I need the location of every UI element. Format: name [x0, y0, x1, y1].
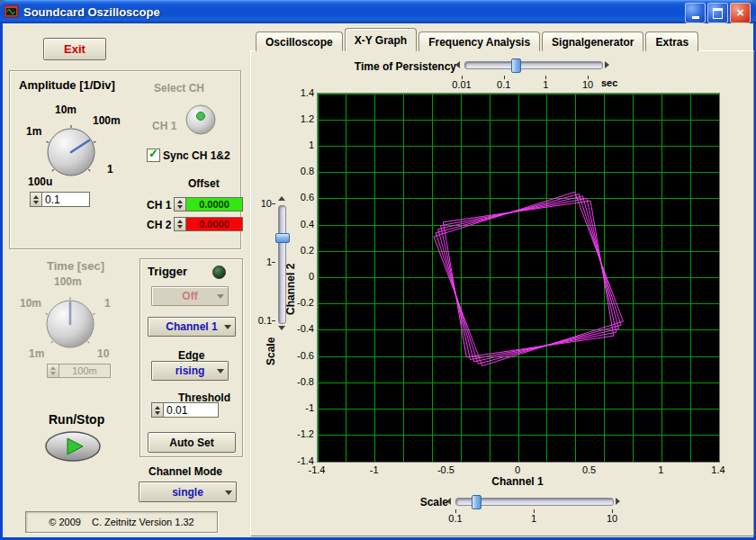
- y-scale-slider[interactable]: [278, 205, 286, 324]
- trigger-edge-value: rising: [176, 364, 205, 377]
- tab-signalgenerator[interactable]: Signalgenerator: [542, 32, 644, 51]
- select-ch-knob[interactable]: [183, 102, 219, 138]
- ruler-label: 1: [521, 513, 546, 524]
- ruler-label: 10: [575, 79, 600, 90]
- slider-right-arrow-icon[interactable]: [616, 498, 620, 505]
- time-knob-label: 100m: [54, 275, 82, 288]
- tab-frequency-analysis[interactable]: Frequency Analysis: [418, 32, 540, 51]
- amplitude-group: Amplitude [1/Div] 10m 100m 1m 1 100u: [9, 70, 241, 249]
- offset-ch2-spinner[interactable]: [174, 217, 186, 231]
- ruler-tick: [272, 203, 275, 204]
- persistency-slider[interactable]: [464, 61, 603, 69]
- threshold-field[interactable]: 0.01: [164, 402, 219, 418]
- offset-ch2-field[interactable]: 0.0000: [186, 217, 243, 231]
- trigger-mode-dropdown[interactable]: Off: [151, 286, 229, 306]
- chevron-down-icon: [217, 369, 224, 374]
- offset-ch2-box[interactable]: 0.0000: [174, 217, 243, 231]
- runstop-label: Run/Stop: [49, 412, 104, 427]
- persistency-label: Time of Persistency: [346, 60, 456, 73]
- trigger-mode-value: Off: [182, 290, 197, 302]
- tab-strip: OscilloscopeX-Y GraphFrequency AnalysisS…: [256, 29, 700, 51]
- y-scale-label: Scale: [265, 328, 277, 365]
- minimize-button[interactable]: [685, 3, 706, 23]
- window-title: Soundcard Oszilloscope: [23, 5, 160, 19]
- slider-left-arrow-icon[interactable]: [455, 61, 460, 68]
- slider-left-arrow-icon[interactable]: [446, 498, 451, 505]
- sync-checkbox-label: Sync CH 1&2: [163, 149, 230, 162]
- offset-title: Offset: [188, 177, 220, 190]
- app-window: Soundcard Oszilloscope ✕ Exit Amplitude …: [0, 0, 756, 540]
- persistency-scale: 0.010.1110: [462, 76, 588, 90]
- amplitude-knob-label: 1m: [26, 125, 41, 138]
- x-scale-label: Scale: [405, 496, 448, 508]
- amplitude-value-box[interactable]: 0.1: [30, 192, 90, 207]
- y-tick-label: 0: [309, 271, 314, 282]
- slider-up-arrow-icon[interactable]: [278, 196, 285, 201]
- y-tick-label: -1: [305, 402, 314, 413]
- time-knob-label: 1m: [29, 347, 44, 360]
- amplitude-knob-label: 10m: [55, 104, 76, 116]
- x-scale-ruler: 0.1110: [455, 509, 612, 524]
- ruler-label: 0.1: [491, 79, 517, 90]
- app-icon: [4, 4, 19, 19]
- y-axis-title: Channel 2: [284, 238, 297, 315]
- offset-ch1-field[interactable]: 0.0000: [186, 197, 243, 212]
- trigger-led: [212, 266, 226, 279]
- y-tick-label: -0.8: [297, 376, 314, 387]
- amplitude-title: Amplitude [1/Div]: [19, 78, 115, 92]
- y-scale-slider-thumb[interactable]: [275, 233, 290, 243]
- x-tick-label: 0.5: [573, 464, 606, 475]
- time-value-field: 100m: [59, 364, 111, 378]
- ruler-label: 0.1: [258, 315, 272, 326]
- y-tick-label: 1: [309, 140, 314, 150]
- slider-right-arrow-icon[interactable]: [605, 61, 609, 68]
- close-button[interactable]: ✕: [730, 3, 751, 23]
- offset-ch1-box[interactable]: 0.0000: [174, 197, 243, 212]
- x-tick-label: 1.4: [702, 464, 734, 475]
- maximize-button[interactable]: [707, 3, 728, 23]
- amplitude-knob-label: 1: [107, 163, 113, 176]
- trigger-source-value: Channel 1: [166, 320, 217, 333]
- time-knob-label: 10m: [20, 297, 41, 310]
- threshold-box[interactable]: 0.01: [151, 402, 219, 418]
- amplitude-spinner[interactable]: [30, 192, 42, 207]
- amplitude-knob-label: 100u: [28, 176, 52, 188]
- y-tick-label: 0.8: [301, 166, 314, 176]
- persistency-unit: sec: [601, 77, 617, 88]
- runstop-button[interactable]: [43, 429, 103, 464]
- sync-checkbox[interactable]: ✓: [147, 148, 160, 162]
- select-ch-title: Select CH: [154, 82, 204, 94]
- x-tick-label: 1: [644, 464, 677, 475]
- channel-mode-dropdown[interactable]: single: [139, 482, 237, 502]
- time-value-box: 100m: [47, 364, 111, 378]
- y-tick-label: 1.2: [301, 113, 314, 124]
- x-scale-slider-thumb[interactable]: [472, 495, 482, 509]
- trigger-source-dropdown[interactable]: Channel 1: [148, 317, 236, 337]
- titlebar[interactable]: Soundcard Oszilloscope ✕: [0, 0, 756, 23]
- amplitude-value-field[interactable]: 0.1: [42, 192, 90, 207]
- auto-set-button[interactable]: Auto Set: [148, 432, 236, 453]
- exit-button[interactable]: Exit: [43, 38, 106, 60]
- trigger-title: Trigger: [148, 265, 187, 278]
- ruler-label: 10: [261, 198, 272, 209]
- tab-x-y-graph[interactable]: X-Y Graph: [345, 28, 417, 51]
- tab-extras[interactable]: Extras: [645, 32, 698, 51]
- slider-down-arrow-icon[interactable]: [278, 326, 285, 330]
- minimize-icon: [692, 16, 699, 19]
- offset-ch1-spinner[interactable]: [174, 197, 186, 212]
- x-scale-slider[interactable]: [455, 498, 614, 506]
- threshold-spinner[interactable]: [151, 402, 164, 418]
- copyright-text: C. Zeitnitz Version 1.32: [92, 517, 194, 527]
- x-tick-label: -1: [358, 464, 391, 475]
- time-knob[interactable]: [41, 295, 99, 353]
- persistency-slider-thumb[interactable]: [511, 58, 521, 73]
- channel-mode-label: Channel Mode: [148, 465, 222, 478]
- trigger-edge-dropdown[interactable]: rising: [151, 361, 229, 381]
- check-icon: ✓: [148, 149, 158, 158]
- tab-oscilloscope[interactable]: Oscilloscope: [256, 32, 343, 51]
- close-icon: ✕: [736, 7, 744, 19]
- amplitude-knob[interactable]: [42, 123, 100, 181]
- select-ch-led: [197, 112, 205, 121]
- chevron-down-icon: [225, 490, 232, 495]
- y-tick-label: -1.2: [297, 428, 314, 439]
